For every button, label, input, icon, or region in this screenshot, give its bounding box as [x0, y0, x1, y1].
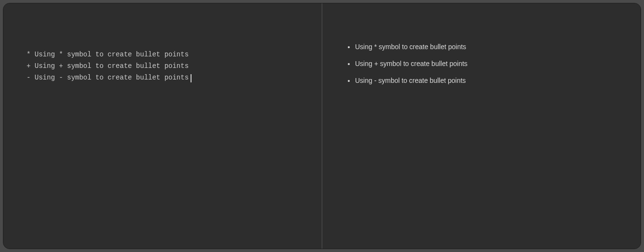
list-item: Using * symbol to create bullet points	[355, 42, 617, 52]
source-line[interactable]: * Using * symbol to create bullet points	[27, 49, 299, 60]
markdown-preview-pane: Using * symbol to create bullet points U…	[322, 3, 641, 249]
markdown-source-pane[interactable]: * Using * symbol to create bullet points…	[3, 3, 322, 249]
source-line[interactable]: + Using + symbol to create bullet points	[27, 60, 299, 72]
list-item: Using - symbol to create bullet points	[355, 76, 617, 86]
split-view-container: * Using * symbol to create bullet points…	[3, 3, 641, 249]
text-cursor	[191, 74, 192, 82]
list-item: Using + symbol to create bullet points	[355, 59, 617, 69]
bullet-list: Using * symbol to create bullet points U…	[345, 42, 617, 86]
source-line[interactable]: - Using - symbol to create bullet points	[27, 72, 299, 83]
source-line-text: - Using - symbol to create bullet points	[27, 74, 189, 81]
